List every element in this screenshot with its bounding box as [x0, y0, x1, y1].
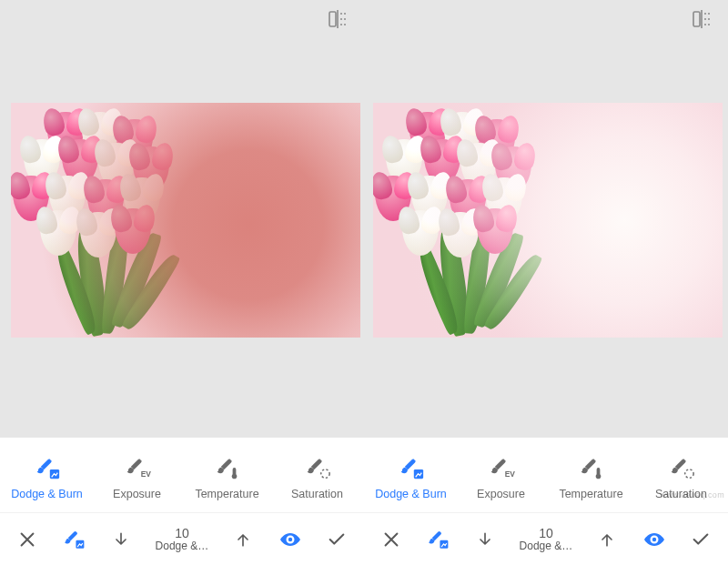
svg-point-19: [595, 474, 601, 479]
tool-exposure[interactable]: EV Exposure: [459, 455, 544, 500]
tool-label: Temperature: [559, 488, 622, 500]
tool-label: Temperature: [195, 488, 258, 500]
decrease-button[interactable]: [104, 521, 138, 558]
svg-point-20: [684, 469, 693, 478]
tool-exposure[interactable]: EV Exposure: [95, 455, 180, 500]
brush-strength-stepper[interactable]: 10 Dodge &…: [150, 527, 214, 551]
toggle-visibility-button[interactable]: [637, 521, 672, 558]
brush-mode-button[interactable]: [56, 521, 91, 558]
brush-ev-icon: EV: [488, 455, 515, 482]
editor-pane-right: Dodge & Burn EV Exposure Temperature: [364, 0, 728, 565]
action-bar: 10 Dodge &…: [0, 512, 364, 565]
apply-button[interactable]: [319, 521, 354, 558]
tool-temperature[interactable]: Temperature: [549, 455, 634, 500]
topbar: [0, 0, 364, 38]
svg-point-14: [320, 469, 329, 478]
canvas-area[interactable]: [364, 38, 728, 438]
brush-sat-icon: [668, 455, 695, 482]
brush-mask-overlay: [373, 103, 723, 338]
svg-point-13: [231, 474, 237, 479]
editor-pane-left: Dodge & Burn EV Exposure Temperature: [0, 0, 364, 565]
brush-strength-stepper[interactable]: 10 Dodge &…: [514, 527, 578, 551]
app-container: Dodge & Burn EV Exposure Temperature: [0, 0, 728, 565]
stepper-value: 10: [539, 527, 553, 540]
edited-photo[interactable]: [373, 103, 723, 338]
brush-dodge-icon: [34, 455, 61, 482]
canvas-area[interactable]: [0, 38, 364, 438]
edited-photo[interactable]: [11, 103, 360, 338]
topbar: [364, 0, 728, 38]
brush-temp-icon: [578, 455, 605, 482]
decrease-button[interactable]: [468, 521, 502, 558]
tool-label: Exposure: [113, 488, 161, 500]
tool-label: Saturation: [291, 488, 343, 500]
brush-sat-icon: [304, 455, 331, 482]
close-button[interactable]: [10, 521, 45, 558]
brush-tool-row: Dodge & Burn EV Exposure Temperature: [0, 438, 364, 512]
stepper-label: Dodge &…: [156, 540, 209, 552]
brush-mode-button[interactable]: [420, 521, 455, 558]
svg-text:EV: EV: [504, 469, 514, 479]
apply-button[interactable]: [683, 521, 718, 558]
tool-dodge-burn[interactable]: Dodge & Burn: [369, 455, 454, 500]
close-button[interactable]: [374, 521, 409, 558]
increase-button[interactable]: [226, 521, 260, 558]
stepper-value: 10: [175, 527, 189, 540]
brush-tool-row: Dodge & Burn EV Exposure Temperature: [364, 438, 728, 512]
stepper-label: Dodge &…: [520, 540, 573, 552]
svg-text:EV: EV: [140, 469, 150, 479]
tool-label: Dodge & Burn: [375, 488, 447, 500]
action-bar: 10 Dodge &…: [364, 512, 728, 565]
compare-before-after-icon[interactable]: [692, 9, 712, 29]
brush-ev-icon: EV: [124, 455, 151, 482]
compare-before-after-icon[interactable]: [328, 9, 348, 29]
brush-temp-icon: [214, 455, 241, 482]
increase-button[interactable]: [590, 521, 624, 558]
watermark: www.deuaq.com: [660, 490, 724, 499]
tool-label: Dodge & Burn: [11, 488, 83, 500]
tool-dodge-burn[interactable]: Dodge & Burn: [5, 455, 90, 500]
brush-mask-overlay: [11, 103, 360, 338]
brush-dodge-icon: [398, 455, 425, 482]
tool-temperature[interactable]: Temperature: [185, 455, 270, 500]
tool-saturation[interactable]: Saturation: [275, 455, 360, 500]
tool-label: Exposure: [477, 488, 525, 500]
toggle-visibility-button[interactable]: [273, 521, 308, 558]
